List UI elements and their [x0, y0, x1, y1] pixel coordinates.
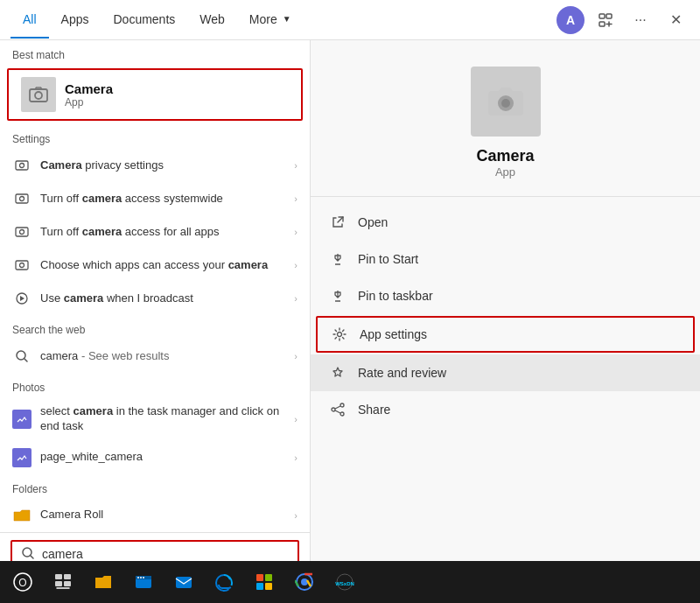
setting-text-2: Turn off camera access systemwide [40, 192, 290, 207]
action-rate-review[interactable]: Rate and review [311, 354, 700, 391]
taskbar: O [0, 561, 700, 603]
search-input[interactable] [42, 547, 289, 561]
best-match-camera[interactable]: Camera App [7, 68, 303, 121]
right-app-header: Camera App [311, 40, 700, 197]
camera-app-icon [21, 77, 56, 112]
taskbar-wsxdn[interactable]: WSxDN [326, 563, 364, 601]
chevron-photos-1: › [294, 414, 298, 424]
taskbar-chrome[interactable] [285, 563, 324, 601]
svg-rect-11 [16, 261, 28, 270]
svg-rect-29 [55, 581, 62, 586]
search-input-wrapper [10, 540, 299, 561]
svg-point-33 [137, 577, 139, 578]
folder-text: Camera Roll [40, 508, 290, 522]
svg-point-20 [501, 99, 510, 108]
nav-right: A ··· ✕ [556, 6, 690, 34]
svg-point-10 [20, 230, 24, 235]
taskbar-task-view[interactable] [44, 563, 82, 601]
svg-rect-36 [176, 577, 192, 588]
right-actions: Open Pin to Start [311, 197, 700, 561]
avatar[interactable]: A [556, 6, 584, 34]
action-pin-start[interactable]: Pin to Start [311, 241, 700, 277]
svg-rect-7 [16, 194, 28, 203]
right-camera-icon [471, 67, 541, 137]
taskbar-file-explorer[interactable] [84, 563, 122, 601]
app-settings-icon [330, 325, 349, 344]
setting-text-4: Choose which apps can access your camera [40, 258, 290, 273]
svg-point-24 [332, 408, 335, 411]
setting-use-when-broadcast[interactable]: Use camera when I broadcast › [0, 282, 310, 315]
tab-apps[interactable]: Apps [49, 2, 102, 39]
setting-choose-apps[interactable]: Choose which apps can access your camera… [0, 249, 310, 282]
settings-label: Settings [0, 124, 310, 149]
search-bar [0, 532, 310, 561]
tab-documents[interactable]: Documents [101, 2, 187, 39]
best-match-label: Best match [0, 40, 310, 65]
svg-point-21 [338, 333, 342, 337]
taskbar-edge[interactable] [205, 563, 243, 601]
folders-label: Folders [0, 474, 310, 499]
setting-text-1: Camera privacy settings [40, 158, 290, 173]
svg-rect-5 [16, 161, 28, 170]
photos-page-white[interactable]: page_white_camera › [0, 441, 310, 474]
best-match-text: Camera App [65, 81, 113, 109]
svg-point-6 [20, 164, 24, 168]
person-icon-btn[interactable] [592, 6, 620, 34]
more-options-btn[interactable]: ··· [626, 6, 654, 34]
svg-text:WSxDN: WSxDN [335, 581, 354, 586]
chevron-3: › [294, 227, 298, 237]
pin-taskbar-icon [328, 286, 347, 305]
chevron-2: › [294, 193, 298, 204]
svg-rect-30 [64, 581, 71, 586]
setting-camera-off-all-apps[interactable]: Turn off camera access for all apps › [0, 215, 310, 249]
photos-text-1: select camera in the task manager and cl… [40, 404, 290, 434]
tab-more[interactable]: More ▼ [237, 2, 304, 39]
svg-rect-3 [30, 89, 47, 102]
setting-text-5: Use camera when I broadcast [40, 291, 290, 306]
svg-point-23 [340, 412, 344, 416]
setting-camera-privacy[interactable]: Camera privacy settings › [0, 149, 310, 182]
svg-rect-28 [64, 574, 71, 579]
chevron-4: › [294, 260, 298, 270]
svg-rect-2 [599, 22, 605, 26]
settings-icon-1 [12, 156, 32, 175]
chevron-5: › [294, 293, 298, 304]
tab-all[interactable]: All [10, 2, 49, 39]
setting-camera-off-systemwide[interactable]: Turn off camera access systemwide › [0, 182, 310, 215]
svg-point-35 [143, 577, 144, 578]
tab-web[interactable]: Web [187, 2, 237, 39]
taskbar-search[interactable]: O [4, 563, 42, 601]
taskbar-browser[interactable] [124, 563, 163, 601]
svg-point-8 [20, 197, 24, 201]
folder-camera-roll[interactable]: Camera Roll › [0, 499, 310, 532]
open-icon [328, 213, 347, 232]
more-dropdown-icon: ▼ [283, 14, 291, 24]
svg-rect-27 [55, 574, 62, 579]
settings-icon-5 [12, 289, 32, 308]
right-panel: Camera App Open [311, 40, 700, 561]
action-pin-taskbar[interactable]: Pin to taskbar [311, 277, 700, 314]
folder-icon [12, 506, 32, 525]
svg-rect-39 [256, 583, 263, 590]
action-open[interactable]: Open [311, 204, 700, 241]
taskbar-mail[interactable] [164, 563, 203, 601]
action-share[interactable]: Share [311, 391, 700, 428]
close-btn[interactable]: ✕ [662, 6, 690, 34]
settings-icon-3 [12, 222, 32, 242]
action-app-settings[interactable]: App settings [316, 316, 695, 353]
photos-icon-1 [12, 410, 32, 429]
svg-rect-37 [256, 574, 263, 581]
share-icon [328, 400, 347, 419]
svg-point-12 [20, 263, 24, 268]
svg-point-4 [35, 92, 42, 99]
chevron-photos-2: › [294, 452, 298, 463]
web-camera-search[interactable]: camera - See web results › [0, 340, 310, 373]
taskbar-store[interactable] [245, 563, 284, 601]
svg-point-22 [340, 403, 344, 407]
svg-rect-38 [265, 574, 272, 581]
right-app-type: App [495, 165, 515, 179]
photos-task-manager[interactable]: select camera in the task manager and cl… [0, 397, 310, 441]
chevron-1: › [294, 160, 298, 171]
top-nav: All Apps Documents Web More ▼ A [0, 0, 700, 40]
nav-tabs: All Apps Documents Web More ▼ [10, 2, 556, 39]
